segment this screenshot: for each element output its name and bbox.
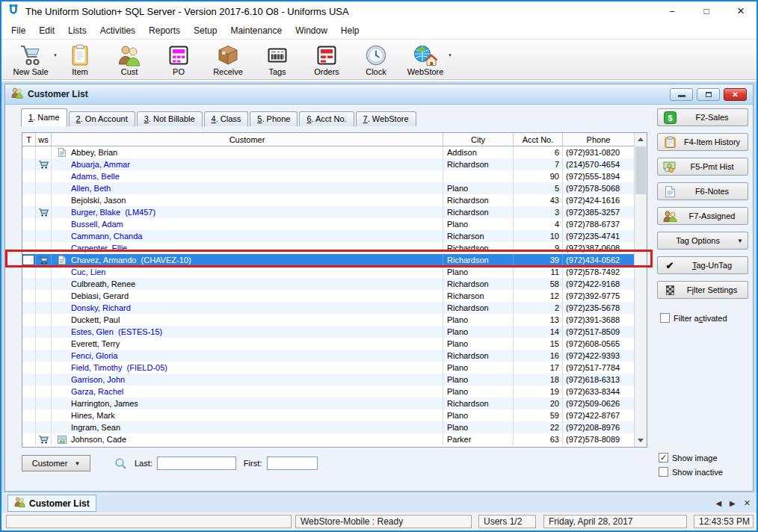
people-icon	[662, 211, 677, 222]
tab-phone[interactable]: 5. Phone	[250, 111, 298, 126]
menu-file[interactable]: File	[4, 23, 32, 38]
scroll-up-button[interactable]	[635, 133, 647, 146]
tag-untag-button[interactable]: ✔ Tag-UnTag	[657, 256, 748, 274]
first-label: First:	[244, 459, 262, 468]
toolbar-receive[interactable]: Receive	[203, 42, 253, 77]
table-row[interactable]: Ingram, SeanPlano22(972)208-8976	[22, 421, 634, 433]
menu-help[interactable]: Help	[334, 23, 366, 38]
toolbar-cust[interactable]: Cust	[105, 42, 154, 77]
filter-settings-button[interactable]: Filter Settings	[657, 281, 748, 299]
tab-acct-no[interactable]: 6. Acct No.	[299, 111, 354, 126]
dollar-icon: $	[662, 111, 677, 124]
table-row[interactable]: Bussell, AdamPlano4(972)788-6737	[22, 218, 634, 230]
table-row[interactable]: Abbey, BrianAddison6(972)931-0820	[22, 146, 634, 158]
table-row[interactable]: Debiasi, GerardRicharson12(972)392-9775	[22, 290, 634, 302]
tab-class[interactable]: 4. Class	[204, 111, 249, 126]
f2-sales-button[interactable]: $ F2-Sales	[657, 108, 748, 126]
first-name-input[interactable]	[267, 457, 318, 470]
toolbar: ▼ New Sale Item Cust PO Receive	[0, 39, 758, 80]
last-name-input[interactable]	[157, 457, 236, 470]
toolbar-tags[interactable]: Tags	[253, 42, 302, 77]
nav-close-icon[interactable]: ✕	[744, 498, 751, 508]
menu-activities[interactable]: Activities	[93, 23, 142, 38]
table-row[interactable]: Hines, MarkPlano59(972)422-8767	[22, 409, 634, 421]
maximize-icon[interactable]: □	[689, 0, 724, 22]
col-header-customer[interactable]: Customer	[52, 133, 443, 146]
minimize-icon[interactable]: −	[655, 0, 689, 22]
table-row[interactable]: Harrington, JamesRichardson20(972)509-06…	[22, 398, 634, 409]
table-row[interactable]: Johnson, CadeParker63(972)578-8089	[22, 433, 634, 445]
menu-lists[interactable]: Lists	[61, 23, 93, 38]
status-panel-empty	[6, 515, 292, 528]
show-inactive-checkbox[interactable]: Show inactive	[659, 467, 723, 477]
table-row[interactable]: Garza, RachelPlano19(972)633-8344	[22, 386, 634, 398]
f6-notes-button[interactable]: F6-Notes	[657, 182, 748, 200]
f7-assigned-button[interactable]: F7-Assigned	[657, 207, 748, 225]
note-icon	[662, 186, 677, 197]
customer-dropdown-button[interactable]: Customer ▼	[22, 455, 90, 471]
orders-icon	[315, 43, 338, 67]
table-row[interactable]: Adams, Belle90(972)555-1894	[22, 170, 634, 182]
table-row[interactable]: Estes, Glen (ESTES-15)Plano14(972)517-85…	[22, 326, 634, 338]
tab-not-billable[interactable]: 3. Not Billable	[137, 111, 203, 126]
checkmark-icon: ✔	[662, 260, 677, 271]
titlebar: The Uniform Solution+ SQL Server - Versi…	[0, 0, 758, 22]
tab-on-account[interactable]: 2. On Account	[69, 111, 135, 126]
filter-activated-checkbox[interactable]: Filter activated	[660, 313, 748, 323]
child-window-title: Customer List	[28, 89, 88, 99]
child-close-icon[interactable]: ✕	[724, 88, 747, 101]
col-header-city[interactable]: City	[443, 133, 514, 146]
scroll-up-icon	[638, 137, 644, 141]
clipboard-icon	[662, 136, 677, 148]
col-header-t[interactable]: T	[22, 133, 36, 146]
table-row[interactable]: Bejolski, JasonRichardson43(972)424-1616	[22, 194, 634, 206]
show-options: ✓ Show image Show inactive	[659, 453, 723, 477]
table-row[interactable]: Cuc, LienPlano11(972)578-7492	[22, 266, 634, 278]
table-row[interactable]: Burger, Blake (LM457)Richardson3(972)385…	[22, 206, 634, 218]
table-row[interactable]: Carpenter, EllieRichardson9(972)387-0608	[22, 242, 634, 254]
scroll-down-button[interactable]	[635, 434, 647, 447]
nav-right-icon[interactable]: ▶	[730, 499, 736, 507]
show-image-checkbox[interactable]: ✓ Show image	[659, 453, 723, 463]
menu-reports[interactable]: Reports	[142, 23, 187, 38]
close-icon[interactable]: ×	[724, 0, 758, 22]
child-minimize-icon[interactable]	[670, 88, 693, 101]
col-header-acct-no[interactable]: Acct No.	[514, 133, 563, 146]
taskbar-customer-list-button[interactable]: Customer List	[7, 495, 96, 512]
menu-edit[interactable]: Edit	[32, 23, 61, 38]
menu-setup[interactable]: Setup	[187, 23, 224, 38]
nav-left-icon[interactable]: ◀	[715, 499, 721, 507]
table-row[interactable]: Abuarja, AmmarRichardson7(214)570-4654	[22, 158, 634, 170]
f5-pmt-hist-button[interactable]: F5-Pmt Hist	[657, 158, 748, 176]
table-row[interactable]: Allen, BethPlano5(972)578-5068	[22, 182, 634, 194]
window-title: The Uniform Solution+ SQL Server - Versi…	[25, 6, 349, 17]
table-row[interactable]: Cammann, ChandaRicharson10(972)235-4741	[22, 230, 634, 242]
vertical-scrollbar[interactable]	[634, 133, 647, 447]
child-restore-icon[interactable]	[697, 88, 720, 101]
toolbar-po[interactable]: PO	[154, 42, 203, 77]
tab-name[interactable]: 1. Name	[21, 108, 67, 126]
tag-options-button[interactable]: Tag Options ▼	[657, 232, 748, 250]
table-row[interactable]: Duckett, PaulPlano13(972)391-3688	[22, 314, 634, 326]
tab-webstore[interactable]: 7. WebStore	[356, 111, 416, 126]
dropdown-arrow-icon[interactable]: ▼	[448, 53, 452, 58]
image-icon	[58, 436, 67, 444]
menu-window[interactable]: Window	[289, 23, 334, 38]
toolbar-item[interactable]: Item	[55, 42, 105, 77]
menu-maintenance[interactable]: Maintenance	[224, 23, 289, 38]
col-header-ws[interactable]: ws	[36, 133, 52, 146]
toolbar-new-sale[interactable]: ▼ New Sale	[6, 42, 55, 77]
col-header-phone[interactable]: Phone	[563, 133, 634, 146]
table-row[interactable]: Field, Timothy (FIELD-05)Plano17(972)517…	[22, 362, 634, 374]
toolbar-webstore[interactable]: ▼ WebStore	[401, 42, 450, 77]
table-row[interactable]: Garrison, JohnPlano18(972)618-6313	[22, 374, 634, 386]
toolbar-clock[interactable]: Clock	[351, 42, 401, 77]
table-row[interactable]: Fenci, GloriaRichardson16(972)422-9393	[22, 350, 634, 362]
toolbar-orders[interactable]: Orders	[302, 42, 351, 77]
table-row[interactable]: Chavez, Armando (CHAVEZ-10)Richardson39(…	[22, 254, 634, 266]
table-row[interactable]: Culbreath, ReneeRichardson58(972)422-916…	[22, 278, 634, 290]
f4-item-history-button[interactable]: F4-Item History	[657, 133, 748, 151]
scroll-thumb[interactable]	[635, 146, 646, 194]
table-row[interactable]: Donsky, RichardRichardson2(972)235-5678	[22, 302, 634, 314]
table-row[interactable]: Everett, TerryPlano15(972)608-0565	[22, 338, 634, 350]
